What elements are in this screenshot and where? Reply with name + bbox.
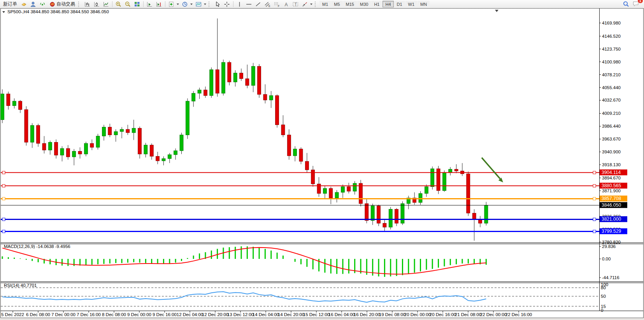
arrows-icon (302, 1, 308, 7)
candle-body (437, 169, 440, 190)
toolbar-separator (233, 1, 233, 7)
candle-body (204, 90, 207, 95)
autotrading-button[interactable]: 自动交易 (47, 0, 77, 8)
price-tag-label: 3857.708 (602, 196, 621, 201)
line-handle[interactable] (2, 218, 5, 221)
line-handle[interactable] (2, 230, 5, 233)
candle-body (442, 172, 446, 190)
candle-body (25, 110, 28, 142)
candle-body (12, 101, 16, 106)
profile-button[interactable] (29, 0, 38, 8)
toolbar-separator (143, 1, 144, 7)
text-tool-button[interactable]: A (282, 0, 291, 8)
price-tick-label: 4078.210 (602, 72, 621, 77)
price-tick-label: 4100.980 (602, 60, 621, 64)
candle-body (233, 73, 237, 82)
line-handle[interactable] (2, 171, 5, 174)
horizontal-line-tool-button[interactable] (244, 0, 253, 8)
chart-title: SP500-,H4 3844.850 3846.850 3844.550 384… (7, 9, 109, 14)
timeframe-m15-button[interactable]: M15 (343, 1, 357, 7)
zoom-in-button[interactable] (114, 0, 123, 8)
time-tick-label: 9 Dec 16:00 (153, 312, 177, 317)
candle-body (377, 206, 381, 223)
time-tick-label: 20 Dec 16:00 (430, 312, 456, 317)
timeframe-w1-button[interactable]: W1 (405, 1, 418, 7)
candle-body (144, 145, 147, 154)
trendline-tool-button[interactable] (254, 0, 263, 8)
price-tick-label: 3986.440 (602, 124, 621, 128)
candle-body (42, 143, 46, 150)
price-tick-label: 3780.820 (602, 240, 621, 244)
bar-chart-button[interactable] (83, 0, 92, 8)
line-handle[interactable] (2, 185, 5, 187)
fibonacci-tool-button[interactable]: F (272, 0, 281, 8)
candle-body (323, 188, 326, 193)
line-handle[interactable] (593, 171, 596, 174)
text-label-tool-button[interactable]: T (291, 0, 300, 8)
toolbar-grip (209, 2, 211, 7)
horizontal-line-icon (246, 1, 252, 7)
vertical-line-tool-button[interactable] (235, 0, 244, 8)
line-handle[interactable] (593, 197, 596, 200)
templates-button[interactable] (194, 0, 207, 8)
tile-windows-button[interactable] (133, 0, 142, 8)
candle-body (383, 223, 386, 227)
candle-body (341, 187, 344, 192)
timeframe-h1-button[interactable]: H1 (371, 1, 382, 7)
trendline-icon (255, 1, 261, 7)
candle-body (365, 204, 369, 220)
notification-badge[interactable]: 1 (637, 0, 643, 4)
new-order-button[interactable]: 新订单 (1, 0, 19, 8)
time-tick-label: 15 Dec 12:00 (303, 312, 330, 317)
signals-button[interactable] (38, 0, 47, 8)
crosshair-tool-button[interactable] (223, 0, 232, 8)
zoom-out-button[interactable] (123, 0, 132, 8)
line-chart-button[interactable] (102, 0, 111, 8)
price-tag-label: 3799.529 (602, 229, 621, 234)
time-tick-label: 16 Dec 04:00 (328, 312, 355, 317)
macd-label: MACD(12,26,9) -14.0638 -9.4956 (4, 244, 70, 249)
candle-body (108, 127, 112, 135)
price-tick-label: 4123.750 (602, 47, 621, 51)
dropdown-caret-icon (204, 4, 206, 5)
line-handle[interactable] (2, 197, 5, 200)
line-handle[interactable] (593, 230, 596, 233)
chart-canvas[interactable]: 4169.9804146.5204123.7504100.9804078.210… (0, 8, 644, 320)
price-tag-label: 3904.114 (602, 170, 621, 175)
line-handle[interactable] (593, 218, 596, 221)
candle-body (401, 204, 404, 223)
line-handle[interactable] (593, 185, 596, 187)
timeframe-m5-button[interactable]: M5 (331, 1, 342, 7)
candlestick-chart-button[interactable] (92, 0, 101, 8)
timeframe-m1-button[interactable]: M1 (319, 1, 331, 7)
search-button[interactable] (621, 0, 631, 8)
time-tick-label: 8 Dec 08:00 (102, 312, 126, 317)
candle-body (150, 145, 153, 156)
timeframe-d1-button[interactable]: D1 (394, 1, 405, 7)
price-tag-label: 3846.050 (602, 202, 621, 208)
chart-shift-button[interactable] (154, 0, 163, 8)
arrows-tool-button[interactable] (300, 0, 314, 8)
candle-body (192, 93, 195, 101)
rsi-level-label: 80 (601, 285, 606, 290)
quotes-button[interactable] (19, 0, 28, 8)
indicators-button[interactable] (167, 0, 180, 8)
equidistant-channel-tool-button[interactable]: E (263, 0, 272, 8)
candle-body (246, 79, 249, 85)
timeframe-h4-button[interactable]: H4 (383, 1, 393, 7)
candle-body (78, 151, 82, 154)
timeframe-mn-button[interactable]: MN (418, 1, 430, 7)
candle-body (132, 128, 135, 133)
dropdown-caret-icon (177, 4, 179, 5)
candle-body (317, 184, 321, 193)
chart-shift-icon (156, 1, 162, 7)
time-tick-label: 22 Dec 16:00 (505, 312, 532, 317)
periods-button[interactable] (181, 0, 194, 8)
auto-scroll-button[interactable] (145, 0, 154, 8)
text-label-icon: T (292, 1, 299, 7)
cursor-tool-button[interactable] (213, 0, 222, 8)
timeframe-m30-button[interactable]: M30 (357, 1, 371, 7)
candle-body (347, 187, 351, 192)
rsi-label: RSI(14) 40.7701 (4, 283, 37, 288)
autotrading-icon (49, 1, 55, 7)
